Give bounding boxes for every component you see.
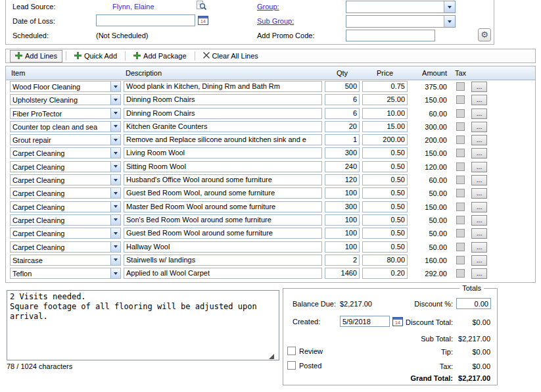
qty-field[interactable]: 1460	[325, 268, 360, 279]
qty-field[interactable]: 100	[325, 187, 360, 199]
quick-add-button[interactable]: Quick Add	[70, 51, 122, 62]
item-select[interactable]: Wood Floor Cleaning	[10, 81, 121, 92]
row-options-button[interactable]: ...	[471, 162, 487, 172]
row-options-button[interactable]: ...	[471, 109, 487, 119]
price-field[interactable]: 10.00	[362, 108, 408, 119]
row-options-button[interactable]: ...	[471, 122, 487, 132]
price-field[interactable]: 0.50	[362, 187, 408, 199]
chevron-down-icon[interactable]	[110, 242, 120, 252]
chevron-down-icon[interactable]	[110, 95, 120, 105]
row-options-button[interactable]: ...	[471, 202, 487, 212]
qty-field[interactable]: 1	[325, 134, 360, 145]
add-package-button[interactable]: Add Package	[129, 51, 191, 62]
row-options-button[interactable]: ...	[471, 242, 487, 253]
price-field[interactable]: 0.20	[362, 268, 408, 279]
item-select[interactable]: Teflon	[10, 268, 121, 279]
description-field[interactable]: Son's Bed Room Wool around some furnitur…	[124, 214, 322, 226]
description-field[interactable]: Kitchen Granite Counters	[124, 121, 322, 132]
qty-field[interactable]: 100	[325, 228, 360, 239]
calendar-icon[interactable]: 14	[198, 15, 208, 26]
row-options-button[interactable]: ...	[471, 215, 487, 226]
price-field[interactable]: 25.00	[362, 94, 408, 105]
price-field[interactable]: 15.00	[362, 121, 408, 132]
price-field[interactable]: 0.50	[362, 147, 408, 159]
qty-field[interactable]: 120	[325, 174, 360, 185]
discount-pct-input[interactable]	[456, 298, 491, 309]
chevron-down-icon[interactable]	[444, 1, 455, 12]
tax-checkbox[interactable]	[456, 135, 465, 144]
qty-field[interactable]: 6	[325, 94, 360, 105]
row-options-button[interactable]: ...	[471, 268, 487, 279]
notes-input[interactable]: 2 Visits needed. Square footage of all f…	[7, 290, 279, 360]
chevron-down-icon[interactable]	[110, 215, 120, 225]
item-select[interactable]: Staircase	[10, 255, 121, 266]
item-select[interactable]: Carpet Cleaning	[10, 147, 121, 159]
chevron-down-icon[interactable]	[444, 16, 455, 27]
item-select[interactable]: Carpet Cleaning	[10, 187, 121, 199]
qty-field[interactable]: 500	[325, 81, 360, 92]
item-select[interactable]: Carpet Cleaning	[10, 214, 121, 226]
qty-field[interactable]: 20	[325, 121, 360, 132]
tax-checkbox[interactable]	[456, 162, 465, 171]
price-field[interactable]: 0.50	[362, 161, 408, 172]
row-options-button[interactable]: ...	[471, 82, 487, 92]
price-field[interactable]: 0.50	[362, 214, 408, 226]
chevron-down-icon[interactable]	[110, 109, 120, 118]
sub-group-link[interactable]: Sub Group:	[257, 17, 294, 25]
price-field[interactable]: 0.50	[362, 201, 408, 212]
description-field[interactable]: Stairwells w/ landings	[124, 255, 322, 266]
item-select[interactable]: Fiber ProTector	[10, 108, 121, 119]
price-field[interactable]: 200.00	[362, 134, 408, 145]
description-field[interactable]: Remove and Replace silicone around kitch…	[124, 134, 322, 145]
row-options-button[interactable]: ...	[471, 148, 487, 159]
description-field[interactable]: Sitting Room Wool	[124, 161, 322, 172]
tax-checkbox[interactable]	[456, 216, 465, 224]
price-field[interactable]: 0.75	[362, 81, 408, 92]
item-select[interactable]: Carpet Cleaning	[10, 201, 121, 212]
row-options-button[interactable]: ...	[471, 135, 487, 145]
sub-group-select[interactable]	[346, 15, 456, 28]
description-field[interactable]: Dinning Room Chairs	[124, 94, 322, 105]
tax-checkbox[interactable]	[456, 269, 465, 278]
qty-field[interactable]: 240	[325, 161, 360, 172]
posted-checkbox[interactable]	[287, 361, 296, 370]
created-date-input[interactable]	[340, 316, 390, 327]
tax-checkbox[interactable]	[456, 189, 465, 197]
clear-all-lines-button[interactable]: Clear All Lines	[199, 51, 263, 61]
row-options-button[interactable]: ...	[471, 228, 487, 239]
item-select[interactable]: Carpet Cleaning	[10, 161, 121, 172]
item-select[interactable]: Carpet Cleaning	[10, 241, 121, 253]
row-options-button[interactable]: ...	[471, 95, 487, 105]
item-select[interactable]: Carpet Cleaning	[10, 228, 121, 239]
chevron-down-icon[interactable]	[110, 202, 120, 212]
date-of-loss-input[interactable]	[96, 14, 195, 26]
description-field[interactable]: Master Bed Room Wool around some furnitu…	[124, 201, 322, 212]
notes-resize-grip[interactable]	[269, 354, 274, 359]
tax-checkbox[interactable]	[456, 122, 465, 131]
qty-field[interactable]: 300	[325, 201, 360, 212]
description-field[interactable]: Guest Bed Room Wool, around some furnitu…	[124, 187, 322, 199]
review-checkbox[interactable]	[287, 347, 296, 355]
chevron-down-icon[interactable]	[110, 82, 120, 91]
price-field[interactable]: 0.50	[362, 174, 408, 185]
row-options-button[interactable]: ...	[471, 255, 487, 266]
qty-field[interactable]: 100	[325, 214, 360, 226]
group-link[interactable]: Group:	[257, 3, 279, 11]
calendar-icon[interactable]: 14	[392, 316, 403, 328]
tax-checkbox[interactable]	[456, 176, 465, 184]
qty-field[interactable]: 2	[325, 255, 360, 266]
tax-checkbox[interactable]	[456, 229, 465, 237]
description-field[interactable]: Hallway Wool	[124, 241, 322, 253]
chevron-down-icon[interactable]	[110, 162, 120, 172]
item-select[interactable]: Carpet Cleaning	[10, 174, 121, 185]
row-options-button[interactable]: ...	[471, 188, 487, 199]
tax-checkbox[interactable]	[456, 256, 465, 264]
price-field[interactable]: 0.50	[362, 228, 408, 239]
promo-code-input[interactable]	[346, 30, 435, 41]
description-field[interactable]: Living Room Wool	[124, 147, 322, 159]
chevron-down-icon[interactable]	[110, 175, 120, 185]
qty-field[interactable]: 100	[325, 241, 360, 253]
chevron-down-icon[interactable]	[110, 228, 120, 238]
row-options-button[interactable]: ...	[471, 175, 487, 185]
tax-checkbox[interactable]	[456, 203, 465, 211]
